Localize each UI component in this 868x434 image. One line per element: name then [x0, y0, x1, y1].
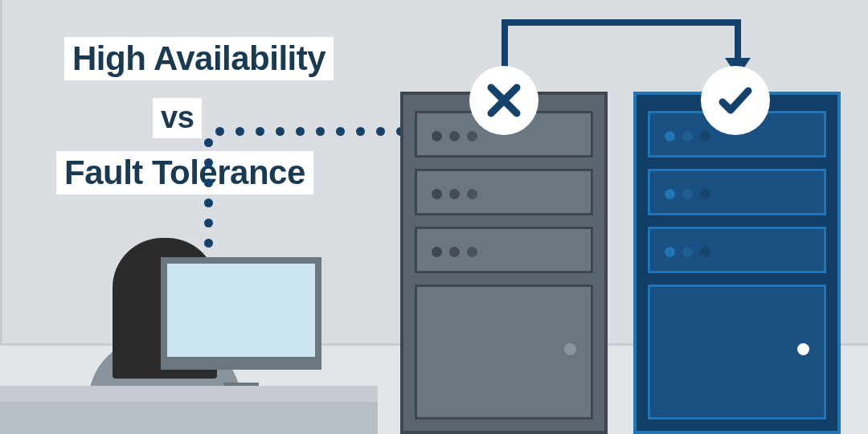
server-unit: [648, 169, 826, 215]
connection-dots-vertical: [204, 138, 213, 268]
server-unit: [648, 227, 826, 273]
check-icon: [716, 81, 755, 120]
title-line-2: Fault Tolerance: [56, 151, 313, 194]
connection-dots-horizontal: [215, 127, 405, 136]
server-bay: [648, 285, 826, 420]
monitor-icon: [161, 257, 321, 370]
server-active: [633, 92, 841, 434]
server-unit: [415, 169, 593, 215]
diagram-scene: High Availability vs Fault Tolerance: [0, 0, 868, 434]
title-line-1: High Availability: [64, 37, 334, 80]
server-bay: [415, 285, 593, 420]
server-unit: [415, 227, 593, 273]
desk-front: [0, 402, 378, 434]
status-badge-failed: [469, 66, 538, 135]
x-icon: [485, 81, 523, 120]
title-vs: vs: [153, 98, 202, 138]
server-failed: [400, 92, 608, 434]
status-badge-active: [701, 66, 770, 135]
wall-edge: [0, 0, 2, 346]
desk-top: [0, 386, 378, 402]
